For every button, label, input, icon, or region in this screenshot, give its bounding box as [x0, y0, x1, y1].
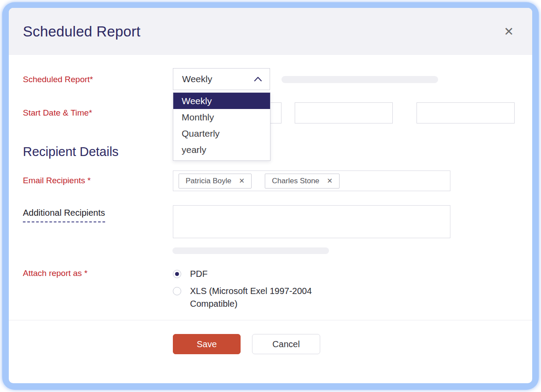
dropdown-option-weekly[interactable]: Weekly [173, 93, 270, 109]
recipient-chip: Patricia Boyle ✕ [179, 174, 252, 189]
start-time-input[interactable] [295, 102, 393, 123]
additional-recipients-input[interactable] [173, 205, 450, 238]
frequency-dropdown-panel: Weekly Monthly Quarterly yearly [173, 92, 270, 161]
attach-report-as-label: Attach report as * [23, 269, 88, 278]
recipient-details-heading: Recipient Details [23, 145, 119, 159]
frequency-select-value: Weekly [182, 74, 212, 84]
radio-button-icon[interactable] [173, 270, 181, 278]
dialog-header: Scheduled Report ✕ [9, 8, 532, 55]
chevron-up-icon [254, 76, 262, 82]
scheduled-report-dialog: Scheduled Report ✕ Scheduled Report* Wee… [9, 8, 532, 383]
recipient-chip-name: Charles Stone [272, 177, 319, 185]
save-button[interactable]: Save [173, 334, 241, 354]
start-datetime-label: Start Date & Time* [23, 108, 92, 118]
recipient-chip-name: Patricia Boyle [186, 177, 231, 185]
close-icon[interactable]: ✕ [502, 24, 515, 39]
recipient-chip: Charles Stone ✕ [265, 174, 340, 189]
radio-option-label: XLS (Microsoft Exel 1997-2004 Compatible… [190, 285, 335, 310]
scheduled-report-label: Scheduled Report* [23, 75, 93, 84]
radio-option-xls[interactable]: XLS (Microsoft Exel 1997-2004 Compatible… [173, 285, 335, 310]
window-background: Scheduled Report ✕ Scheduled Report* Wee… [2, 2, 539, 390]
dropdown-option-quarterly[interactable]: Quarterly [173, 125, 270, 142]
frequency-select[interactable]: Weekly [173, 68, 270, 90]
remove-recipient-icon[interactable]: ✕ [239, 177, 245, 185]
additional-recipients-label: Additional Recipients [23, 208, 105, 222]
cancel-button[interactable]: Cancel [252, 334, 320, 354]
timezone-input[interactable] [417, 102, 515, 123]
dropdown-option-yearly[interactable]: yearly [173, 142, 270, 158]
footer-divider [9, 320, 532, 320]
remove-recipient-icon[interactable]: ✕ [327, 177, 333, 185]
dropdown-option-monthly[interactable]: Monthly [173, 109, 270, 125]
radio-button-icon[interactable] [173, 287, 181, 295]
email-recipients-input[interactable]: Patricia Boyle ✕ Charles Stone ✕ [173, 171, 450, 191]
attach-format-radio-group: PDF XLS (Microsoft Exel 1997-2004 Compat… [173, 268, 335, 315]
placeholder-bar [172, 247, 329, 254]
dialog-title: Scheduled Report [23, 23, 140, 40]
email-recipients-label: Email Recipients * [23, 176, 91, 185]
placeholder-bar [281, 76, 438, 83]
radio-option-label: PDF [190, 268, 208, 280]
radio-option-pdf[interactable]: PDF [173, 268, 335, 280]
